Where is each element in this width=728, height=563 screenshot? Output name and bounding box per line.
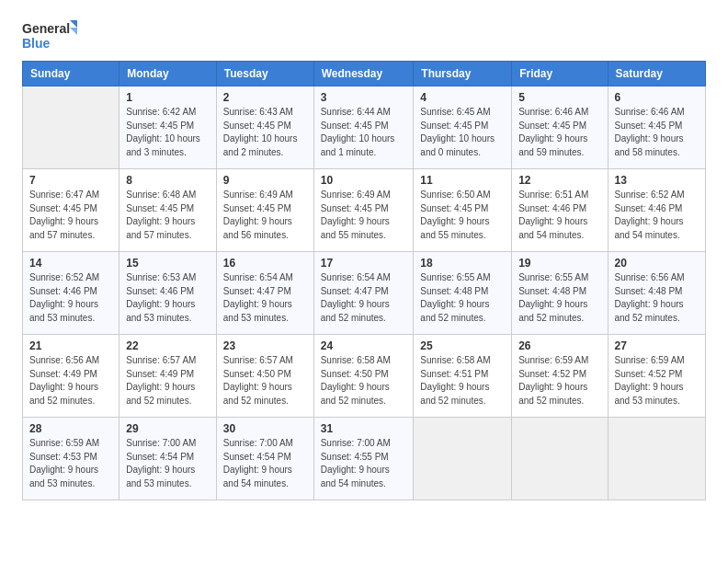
day-info: Sunrise: 6:59 AMSunset: 4:52 PMDaylight:… (615, 354, 700, 408)
day-number: 19 (518, 257, 600, 270)
day-number: 18 (420, 257, 505, 270)
calendar-cell: 8Sunrise: 6:48 AMSunset: 4:45 PMDaylight… (119, 169, 217, 252)
calendar-cell: 22Sunrise: 6:57 AMSunset: 4:49 PMDayligh… (119, 335, 217, 418)
day-info: Sunrise: 6:43 AMSunset: 4:45 PMDaylight:… (223, 106, 307, 159)
day-info: Sunrise: 6:57 AMSunset: 4:50 PMDaylight:… (223, 354, 307, 408)
day-info: Sunrise: 6:52 AMSunset: 4:46 PMDaylight:… (615, 189, 700, 242)
calendar-cell: 4Sunrise: 6:45 AMSunset: 4:45 PMDaylight… (414, 86, 512, 169)
svg-text:Blue: Blue (22, 36, 51, 51)
day-info: Sunrise: 6:54 AMSunset: 4:47 PMDaylight:… (321, 271, 407, 325)
calendar-table: SundayMondayTuesdayWednesdayThursdayFrid… (22, 61, 706, 500)
calendar-cell: 13Sunrise: 6:52 AMSunset: 4:46 PMDayligh… (608, 169, 706, 252)
day-number: 1 (126, 91, 210, 104)
day-info: Sunrise: 6:58 AMSunset: 4:51 PMDaylight:… (420, 354, 505, 408)
page: General Blue SundayMondayTuesdayWednesda… (0, 0, 728, 563)
day-info: Sunrise: 6:55 AMSunset: 4:48 PMDaylight:… (518, 271, 600, 325)
day-number: 12 (518, 174, 600, 187)
day-info: Sunrise: 6:47 AMSunset: 4:45 PMDaylight:… (29, 189, 112, 242)
weekday-header-tuesday: Tuesday (216, 62, 313, 86)
day-info: Sunrise: 6:59 AMSunset: 4:53 PMDaylight:… (29, 437, 112, 490)
day-number: 27 (615, 339, 700, 352)
day-info: Sunrise: 6:56 AMSunset: 4:49 PMDaylight:… (29, 354, 112, 408)
day-info: Sunrise: 6:53 AMSunset: 4:46 PMDaylight:… (126, 271, 210, 325)
calendar-cell: 25Sunrise: 6:58 AMSunset: 4:51 PMDayligh… (414, 335, 512, 418)
day-number: 15 (126, 257, 210, 270)
day-info: Sunrise: 6:57 AMSunset: 4:49 PMDaylight:… (126, 354, 210, 408)
day-info: Sunrise: 6:49 AMSunset: 4:45 PMDaylight:… (321, 189, 407, 242)
day-info: Sunrise: 6:52 AMSunset: 4:46 PMDaylight:… (29, 271, 112, 325)
svg-marker-2 (70, 20, 77, 28)
day-info: Sunrise: 6:50 AMSunset: 4:45 PMDaylight:… (420, 189, 505, 242)
day-info: Sunrise: 6:56 AMSunset: 4:48 PMDaylight:… (615, 271, 700, 325)
svg-text:General: General (22, 21, 70, 36)
calendar-cell: 10Sunrise: 6:49 AMSunset: 4:45 PMDayligh… (313, 169, 414, 252)
calendar-cell: 18Sunrise: 6:55 AMSunset: 4:48 PMDayligh… (414, 252, 512, 335)
calendar-cell: 28Sunrise: 6:59 AMSunset: 4:53 PMDayligh… (23, 418, 119, 500)
calendar-cell: 11Sunrise: 6:50 AMSunset: 4:45 PMDayligh… (414, 169, 512, 252)
calendar-cell: 14Sunrise: 6:52 AMSunset: 4:46 PMDayligh… (23, 252, 119, 335)
calendar-cell: 30Sunrise: 7:00 AMSunset: 4:54 PMDayligh… (216, 418, 313, 500)
day-number: 29 (126, 422, 210, 435)
day-number: 6 (615, 91, 700, 104)
calendar-cell: 6Sunrise: 6:46 AMSunset: 4:45 PMDaylight… (608, 86, 706, 169)
day-number: 3 (321, 91, 407, 104)
calendar-cell: 15Sunrise: 6:53 AMSunset: 4:46 PMDayligh… (119, 252, 217, 335)
day-number: 26 (518, 339, 600, 352)
weekday-header-sunday: Sunday (23, 62, 119, 86)
day-number: 17 (321, 257, 407, 270)
calendar-cell: 31Sunrise: 7:00 AMSunset: 4:55 PMDayligh… (313, 418, 414, 500)
day-number: 25 (420, 339, 505, 352)
calendar-cell: 17Sunrise: 6:54 AMSunset: 4:47 PMDayligh… (313, 252, 414, 335)
calendar-cell: 20Sunrise: 6:56 AMSunset: 4:48 PMDayligh… (608, 252, 706, 335)
day-info: Sunrise: 6:42 AMSunset: 4:45 PMDaylight:… (126, 106, 210, 159)
day-info: Sunrise: 6:45 AMSunset: 4:45 PMDaylight:… (420, 106, 505, 159)
day-number: 28 (29, 422, 112, 435)
calendar-cell (23, 86, 119, 169)
weekday-header-thursday: Thursday (414, 62, 512, 86)
day-info: Sunrise: 7:00 AMSunset: 4:55 PMDaylight:… (321, 437, 407, 490)
calendar-cell: 5Sunrise: 6:46 AMSunset: 4:45 PMDaylight… (512, 86, 608, 169)
calendar-cell: 7Sunrise: 6:47 AMSunset: 4:45 PMDaylight… (23, 169, 119, 252)
calendar-cell: 27Sunrise: 6:59 AMSunset: 4:52 PMDayligh… (608, 335, 706, 418)
day-info: Sunrise: 7:00 AMSunset: 4:54 PMDaylight:… (223, 437, 307, 490)
day-number: 30 (223, 422, 307, 435)
weekday-header-row: SundayMondayTuesdayWednesdayThursdayFrid… (23, 62, 706, 86)
day-number: 11 (420, 174, 505, 187)
day-info: Sunrise: 6:44 AMSunset: 4:45 PMDaylight:… (321, 106, 407, 159)
calendar-week-row: 7Sunrise: 6:47 AMSunset: 4:45 PMDaylight… (23, 169, 706, 252)
calendar-cell: 1Sunrise: 6:42 AMSunset: 4:45 PMDaylight… (119, 86, 217, 169)
calendar-cell: 19Sunrise: 6:55 AMSunset: 4:48 PMDayligh… (512, 252, 608, 335)
day-number: 13 (615, 174, 700, 187)
calendar-cell (512, 418, 608, 500)
calendar-cell (414, 418, 512, 500)
day-number: 7 (29, 174, 112, 187)
calendar-week-row: 1Sunrise: 6:42 AMSunset: 4:45 PMDaylight… (23, 86, 706, 169)
day-number: 5 (518, 91, 600, 104)
weekday-header-wednesday: Wednesday (313, 62, 414, 86)
day-number: 31 (321, 422, 407, 435)
day-info: Sunrise: 6:49 AMSunset: 4:45 PMDaylight:… (223, 189, 307, 242)
calendar-cell: 24Sunrise: 6:58 AMSunset: 4:50 PMDayligh… (313, 335, 414, 418)
calendar-cell: 21Sunrise: 6:56 AMSunset: 4:49 PMDayligh… (23, 335, 119, 418)
svg-marker-3 (70, 28, 77, 35)
day-info: Sunrise: 6:55 AMSunset: 4:48 PMDaylight:… (420, 271, 505, 325)
day-number: 14 (29, 257, 112, 270)
calendar-week-row: 21Sunrise: 6:56 AMSunset: 4:49 PMDayligh… (23, 335, 706, 418)
calendar-cell: 23Sunrise: 6:57 AMSunset: 4:50 PMDayligh… (216, 335, 313, 418)
day-number: 16 (223, 257, 307, 270)
day-number: 2 (223, 91, 307, 104)
day-number: 21 (29, 339, 112, 352)
calendar-week-row: 28Sunrise: 6:59 AMSunset: 4:53 PMDayligh… (23, 418, 706, 500)
calendar-cell: 2Sunrise: 6:43 AMSunset: 4:45 PMDaylight… (216, 86, 313, 169)
calendar-cell: 29Sunrise: 7:00 AMSunset: 4:54 PMDayligh… (119, 418, 217, 500)
weekday-header-monday: Monday (119, 62, 217, 86)
calendar-cell: 26Sunrise: 6:59 AMSunset: 4:52 PMDayligh… (512, 335, 608, 418)
day-info: Sunrise: 6:58 AMSunset: 4:50 PMDaylight:… (321, 354, 407, 408)
day-number: 20 (615, 257, 700, 270)
day-number: 23 (223, 339, 307, 352)
day-info: Sunrise: 6:46 AMSunset: 4:45 PMDaylight:… (518, 106, 600, 159)
day-number: 22 (126, 339, 210, 352)
day-info: Sunrise: 6:46 AMSunset: 4:45 PMDaylight:… (615, 106, 700, 159)
day-number: 8 (126, 174, 210, 187)
calendar-cell (608, 418, 706, 500)
